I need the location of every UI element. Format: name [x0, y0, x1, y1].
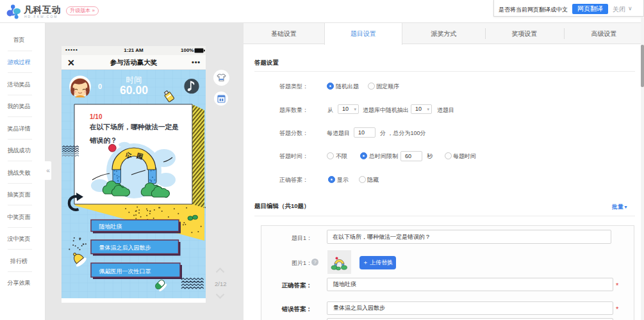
svg-text:量体温之后入园散步: 量体温之后入园散步	[99, 244, 151, 251]
svg-text:时间: 时间	[126, 76, 142, 84]
svg-text:60.00: 60.00	[120, 84, 148, 97]
svg-text:在以下场所，哪种做法一定是: 在以下场所，哪种做法一定是	[89, 123, 179, 131]
svg-text:错误的？: 错误的？	[89, 136, 117, 144]
svg-text:随地吐痰: 随地吐痰	[99, 223, 122, 230]
svg-text:0: 0	[98, 83, 102, 90]
svg-text:佩戴医用一次性口罩: 佩戴医用一次性口罩	[99, 268, 151, 275]
svg-text:1/10: 1/10	[90, 113, 103, 120]
